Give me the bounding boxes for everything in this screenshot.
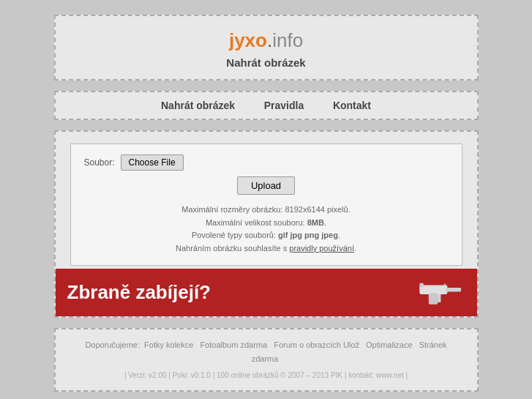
svg-rect-2 — [428, 294, 437, 305]
footer-links: Doporučujeme: Fotky kolekce Fotoalbum zd… — [70, 338, 462, 365]
svg-rect-1 — [446, 288, 461, 292]
header-subtitle: Nahrát obrázek — [70, 56, 462, 69]
main-section: Soubor: Choose File Upload Maximální roz… — [54, 130, 479, 318]
info-line3: Povolené typy souborů: gif jpg png jpeg. — [84, 229, 449, 242]
upload-button[interactable]: Upload — [237, 176, 295, 195]
info-line2: Maximální velikost souboru: 8MB. — [84, 217, 449, 230]
footer-section: Doporučujeme: Fotky kolekce Fotoalbum zd… — [54, 328, 479, 391]
header-section: jyxo.info Nahrát obrázek — [54, 15, 479, 81]
gun-icon — [414, 276, 465, 309]
svg-rect-3 — [443, 284, 446, 286]
site-title: jyxo.info — [70, 29, 462, 52]
choose-file-button[interactable]: Choose File — [121, 154, 184, 171]
soubor-label: Soubor: — [84, 157, 115, 168]
footer-link-2[interactable]: Fotoalbum zdarma — [200, 340, 267, 349]
banner-ad[interactable]: Zbraně zabíjejí? — [56, 269, 477, 316]
nav-item-upload[interactable]: Nahrát obrázek — [161, 100, 235, 111]
pravidla-link[interactable]: pravidly používání — [289, 244, 354, 253]
upload-info: Maximální rozměry obrázku: 8192x6144 pix… — [84, 204, 449, 255]
footer-link-3[interactable]: Forum o obrazcích Ulož — [274, 340, 359, 349]
banner-text: Zbraně zabíjejí? — [67, 281, 211, 304]
info-line4: Nahráním obrázku souhlasíte s pravidly p… — [84, 242, 449, 256]
nav-item-kontakt[interactable]: Kontakt — [333, 100, 371, 111]
info-line1: Maximální rozměry obrázku: 8192x6144 pix… — [84, 204, 449, 217]
upload-form: Soubor: Choose File Upload Maximální roz… — [70, 143, 462, 266]
footer-link-1[interactable]: Fotky kolekce — [144, 340, 193, 349]
svg-rect-4 — [419, 283, 424, 288]
nav-section: Nahrát obrázek Pravidla Kontakt — [54, 91, 479, 120]
site-title-info: info — [272, 29, 303, 51]
nav-item-pravidla[interactable]: Pravidla — [264, 100, 304, 111]
svg-rect-0 — [419, 286, 447, 294]
footer-link-4[interactable]: Optimalizace — [366, 340, 413, 349]
site-title-jyxo: jyxo — [229, 29, 267, 51]
footer-meta: | Verzi: v2.00 | Poki: v0.1.0 | 100 onli… — [70, 369, 462, 381]
